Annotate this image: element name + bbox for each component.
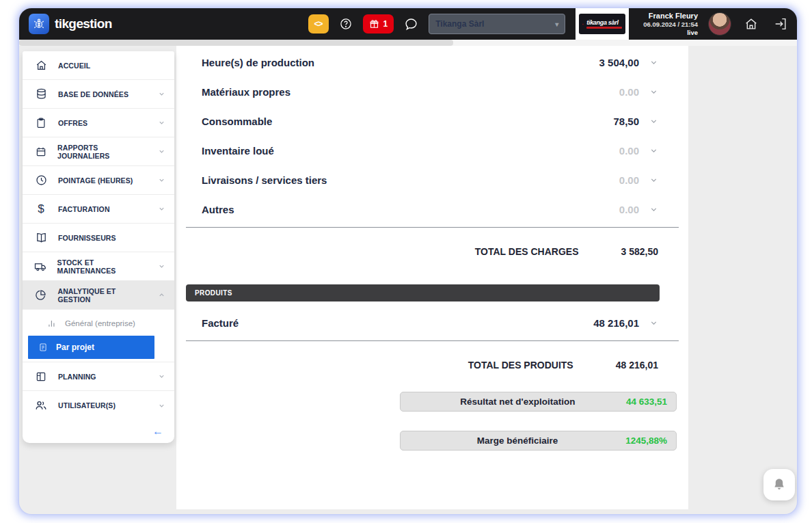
margin-label: Marge bénéficiaire [409, 435, 625, 446]
sidebar-item-offres[interactable]: OFFRES [23, 109, 174, 137]
total-produits-value: 48 216,01 [616, 360, 658, 371]
page-body: ACCUEIL BASE DE DONNÉES OFFRES [19, 40, 797, 514]
sidebar-item-label: ACCUEIL [58, 62, 90, 70]
horizontal-scrollbar[interactable] [19, 40, 797, 46]
sidebar-item-analytique-et-gestion[interactable]: ANALYTIQUE ET GESTION [23, 281, 174, 310]
avatar[interactable] [708, 12, 731, 36]
charge-row: Heure(s) de production 3 504,00 [176, 48, 688, 77]
chevron-down-icon [158, 205, 165, 213]
sidebar-footer: ← [23, 420, 174, 443]
chevron-down-icon[interactable] [639, 205, 658, 214]
charges-divider [186, 227, 679, 228]
notifications-button[interactable] [763, 469, 795, 500]
sidebar-item-label: POINTAGE (HEURES) [58, 176, 133, 185]
total-produits-row: TOTAL DES PRODUITS 48 216,01 [176, 360, 688, 371]
gift-button[interactable]: 1 [363, 14, 394, 33]
charge-row-label: Livraisons / services tiers [202, 174, 619, 186]
charge-row-label: Heure(s) de production [202, 57, 599, 68]
charge-row-value: 3 504,00 [599, 57, 639, 68]
chevron-down-icon [158, 119, 165, 126]
charge-row-value: 0.00 [619, 145, 639, 157]
chevron-down-icon: ▾ [555, 21, 558, 28]
sidebar-subitem-par-projet[interactable]: Par projet [28, 336, 154, 359]
bell-icon [772, 477, 787, 492]
sidebar-item-base-de-donnees[interactable]: BASE DE DONNÉES [23, 80, 174, 109]
chevron-down-icon [158, 176, 165, 184]
chevron-down-icon[interactable] [639, 117, 658, 126]
truck-icon [33, 260, 48, 273]
company-select[interactable]: Tikanga Sàrl ▾ [429, 14, 565, 34]
sidebar-item-rapports-journaliers[interactable]: RAPPORTS JOURNALIERS [23, 137, 174, 166]
chevron-down-icon [158, 263, 165, 270]
charge-row: Consommable 78,50 [176, 107, 688, 136]
total-charges-label: TOTAL DES CHARGES [475, 246, 579, 257]
sidebar-item-label: FOURNISSEURS [58, 234, 116, 242]
app-logo[interactable]: tikgestion [29, 14, 112, 34]
sidebar-item-label: PLANNING [58, 373, 96, 381]
logout-icon[interactable] [771, 16, 790, 31]
scrollbar-thumb[interactable] [19, 40, 453, 46]
total-charges-value: 3 582,50 [621, 246, 659, 257]
charge-row: Livraisons / services tiers 0.00 [176, 165, 688, 195]
red-turtle-icon [582, 19, 584, 29]
produit-row: Facturé 48 216,01 [176, 308, 688, 338]
sidebar-subitem-general-entreprise[interactable]: Général (entreprise) [23, 313, 174, 334]
charge-row-value: 78,50 [613, 116, 639, 127]
charge-row-label: Inventaire loué [202, 145, 619, 157]
chevron-down-icon [158, 373, 165, 380]
sidebar-item-label: ANALYTIQUE ET GESTION [57, 287, 148, 304]
book-icon [33, 231, 49, 244]
charge-row-label: Autres [202, 204, 619, 215]
produits-divider [186, 340, 679, 341]
charge-row-label: Matériaux propres [202, 86, 619, 98]
sidebar-item-utilisateurs[interactable]: UTILISATEUR(S) [23, 391, 174, 420]
chevron-down-icon[interactable] [639, 58, 658, 67]
header-tools: <> 1 Tikanga Sàrl ▾ [308, 8, 790, 40]
sidebar-item-label: RAPPORTS JOURNALIERS [57, 144, 148, 160]
sidebar-item-pointage[interactable]: POINTAGE (HEURES) [23, 166, 174, 195]
company-logo: tikanga sàrl [576, 8, 629, 40]
app-name: tikgestion [55, 16, 112, 31]
total-produits-label: TOTAL DES PRODUITS [468, 360, 573, 371]
charge-row-value: 0.00 [619, 204, 639, 215]
chevron-down-icon[interactable] [639, 88, 658, 96]
total-charges-row: TOTAL DES CHARGES 3 582,50 [176, 246, 688, 257]
sidebar-item-stock-et-maintenances[interactable]: STOCK ET MAINTENANCES [23, 252, 174, 281]
users-icon [33, 399, 49, 412]
produit-row-label: Facturé [202, 317, 593, 329]
company-logo-subline [586, 27, 622, 29]
company-logo-text: tikanga sàrl [586, 19, 622, 26]
user-datetime: 06.09.2024 / 21:54 [643, 21, 698, 29]
sidebar-item-planning[interactable]: PLANNING [23, 362, 174, 391]
sidebar: ACCUEIL BASE DE DONNÉES OFFRES [23, 51, 174, 443]
collapse-sidebar-arrow-icon[interactable]: ← [152, 425, 163, 438]
chevron-down-icon [158, 148, 165, 155]
sidebar-item-facturation[interactable]: $ FACTURATION [23, 195, 174, 224]
sidebar-subitem-label: Général (entreprise) [65, 319, 135, 327]
chevron-down-icon [158, 402, 165, 410]
calendar-icon [33, 146, 48, 158]
help-icon[interactable] [339, 17, 353, 31]
main-panel: Heure(s) de production 3 504,00 Matériau… [176, 40, 688, 509]
analytics-submenu: Général (entreprise) Par projet [23, 310, 174, 362]
layout-icon [33, 371, 49, 383]
margin-box: Marge bénéficiaire 1245,88% [400, 431, 677, 451]
gift-icon [369, 19, 379, 29]
document-icon [38, 343, 49, 352]
home-icon[interactable] [742, 16, 761, 31]
charge-row: Matériaux propres 0.00 [176, 77, 688, 107]
code-button[interactable]: <> [308, 14, 329, 33]
sidebar-item-label: UTILISATEUR(S) [58, 401, 116, 410]
chevron-down-icon[interactable] [639, 319, 658, 327]
charge-row-value: 0.00 [619, 174, 639, 186]
chat-icon[interactable] [404, 17, 418, 31]
company-select-value: Tikanga Sàrl [435, 19, 484, 29]
app-window: tikgestion <> 1 [19, 8, 797, 514]
sidebar-item-accueil[interactable]: ACCUEIL [23, 51, 174, 80]
sidebar-item-label: BASE DE DONNÉES [58, 90, 128, 98]
produits-rows: Facturé 48 216,01 [176, 301, 688, 338]
chevron-down-icon[interactable] [639, 176, 658, 185]
charge-row-label: Consommable [202, 116, 613, 127]
chevron-down-icon[interactable] [639, 146, 658, 155]
sidebar-item-fournisseurs[interactable]: FOURNISSEURS [23, 224, 174, 252]
